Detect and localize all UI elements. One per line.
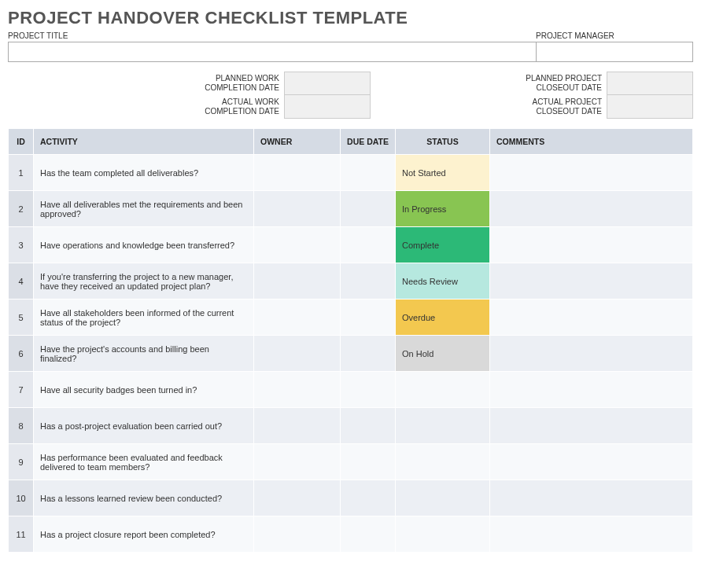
cell-activity[interactable]: Has a post-project evaluation been carri… xyxy=(34,408,254,444)
cell-status[interactable] xyxy=(396,408,490,444)
cell-due[interactable] xyxy=(341,336,396,372)
cell-id[interactable]: 1 xyxy=(9,155,34,191)
col-due: DUE DATE xyxy=(341,129,396,155)
cell-activity[interactable]: Have operations and knowledge been trans… xyxy=(34,227,254,263)
cell-status[interactable]: Not Started xyxy=(396,155,490,191)
page-title: PROJECT HANDOVER CHECKLIST TEMPLATE xyxy=(8,8,693,28)
status-badge xyxy=(396,516,489,552)
cell-comments[interactable] xyxy=(490,155,693,191)
actual-closeout-label: ACTUAL PROJECT CLOSEOUT DATE xyxy=(504,97,607,116)
status-badge xyxy=(396,372,489,407)
cell-id[interactable]: 8 xyxy=(9,408,34,444)
cell-owner[interactable] xyxy=(254,336,341,372)
cell-activity[interactable]: Has a lessons learned review been conduc… xyxy=(34,480,254,516)
project-manager-input[interactable] xyxy=(536,42,693,62)
cell-status[interactable]: In Progress xyxy=(396,191,490,227)
cell-comments[interactable] xyxy=(490,444,693,480)
cell-owner[interactable] xyxy=(254,300,341,336)
cell-id[interactable]: 11 xyxy=(9,516,34,553)
cell-comments[interactable] xyxy=(490,227,693,263)
cell-owner[interactable] xyxy=(254,155,341,191)
status-badge xyxy=(396,408,489,443)
cell-owner[interactable] xyxy=(254,480,341,516)
planned-closeout-input[interactable] xyxy=(607,72,693,95)
planned-work-input[interactable] xyxy=(284,72,371,95)
cell-due[interactable] xyxy=(341,372,396,408)
table-row: 6Have the project's accounts and billing… xyxy=(9,336,693,372)
planned-closeout-label: PLANNED PROJECT CLOSEOUT DATE xyxy=(504,74,607,93)
cell-id[interactable]: 5 xyxy=(9,300,34,336)
cell-activity[interactable]: Have all deliverables met the requiremen… xyxy=(34,191,254,227)
col-status: STATUS xyxy=(396,129,490,155)
cell-comments[interactable] xyxy=(490,263,693,300)
cell-owner[interactable] xyxy=(254,263,341,300)
cell-due[interactable] xyxy=(341,227,396,263)
cell-due[interactable] xyxy=(341,155,396,191)
project-title-input[interactable] xyxy=(8,42,536,62)
cell-id[interactable]: 7 xyxy=(9,372,34,408)
table-row: 3Have operations and knowledge been tran… xyxy=(9,227,693,263)
status-badge: Needs Review xyxy=(396,263,489,299)
actual-work-input[interactable] xyxy=(284,95,371,119)
project-title-label: PROJECT TITLE xyxy=(8,31,536,42)
cell-status[interactable]: Complete xyxy=(396,227,490,263)
status-badge: Complete xyxy=(396,227,489,263)
cell-due[interactable] xyxy=(341,444,396,480)
cell-status[interactable] xyxy=(396,480,490,516)
cell-owner[interactable] xyxy=(254,444,341,480)
cell-status[interactable]: Needs Review xyxy=(396,263,490,300)
cell-id[interactable]: 4 xyxy=(9,263,34,300)
actual-closeout-input[interactable] xyxy=(607,95,693,119)
cell-owner[interactable] xyxy=(254,191,341,227)
cell-id[interactable]: 9 xyxy=(9,444,34,480)
cell-due[interactable] xyxy=(341,191,396,227)
col-id: ID xyxy=(9,129,34,155)
cell-due[interactable] xyxy=(341,300,396,336)
cell-comments[interactable] xyxy=(490,336,693,372)
cell-id[interactable]: 6 xyxy=(9,336,34,372)
cell-due[interactable] xyxy=(341,480,396,516)
checklist-table: ID ACTIVITY OWNER DUE DATE STATUS COMMEN… xyxy=(8,128,693,553)
cell-id[interactable]: 3 xyxy=(9,227,34,263)
date-block: PLANNED WORK COMPLETION DATE ACTUAL WORK… xyxy=(8,72,693,119)
cell-activity[interactable]: Have the project's accounts and billing … xyxy=(34,336,254,372)
cell-comments[interactable] xyxy=(490,191,693,227)
status-badge: On Hold xyxy=(396,336,489,371)
status-badge xyxy=(396,444,489,480)
cell-comments[interactable] xyxy=(490,372,693,408)
status-badge: Not Started xyxy=(396,155,489,190)
cell-status[interactable] xyxy=(396,372,490,408)
cell-activity[interactable]: Have all security badges been turned in? xyxy=(34,372,254,408)
cell-status[interactable]: Overdue xyxy=(396,300,490,336)
project-manager-label: PROJECT MANAGER xyxy=(536,31,693,42)
cell-comments[interactable] xyxy=(490,480,693,516)
cell-owner[interactable] xyxy=(254,408,341,444)
cell-activity[interactable]: Has the team completed all deliverables? xyxy=(34,155,254,191)
cell-comments[interactable] xyxy=(490,300,693,336)
cell-status[interactable] xyxy=(396,516,490,553)
table-row: 7Have all security badges been turned in… xyxy=(9,372,693,408)
cell-comments[interactable] xyxy=(490,516,693,553)
cell-id[interactable]: 2 xyxy=(9,191,34,227)
table-row: 9Has performance been evaluated and feed… xyxy=(9,444,693,480)
table-row: 11Has a project closure report been comp… xyxy=(9,516,693,553)
cell-activity[interactable]: Has performance been evaluated and feedb… xyxy=(34,444,254,480)
cell-status[interactable] xyxy=(396,444,490,480)
cell-owner[interactable] xyxy=(254,227,341,263)
cell-due[interactable] xyxy=(341,263,396,300)
cell-comments[interactable] xyxy=(490,408,693,444)
cell-owner[interactable] xyxy=(254,372,341,408)
cell-due[interactable] xyxy=(341,408,396,444)
col-activity: ACTIVITY xyxy=(34,129,254,155)
cell-id[interactable]: 10 xyxy=(9,480,34,516)
table-row: 4If you're transferring the project to a… xyxy=(9,263,693,300)
cell-due[interactable] xyxy=(341,516,396,553)
cell-activity[interactable]: If you're transferring the project to a … xyxy=(34,263,254,300)
cell-owner[interactable] xyxy=(254,516,341,553)
cell-activity[interactable]: Has a project closure report been comple… xyxy=(34,516,254,553)
cell-status[interactable]: On Hold xyxy=(396,336,490,372)
status-badge: In Progress xyxy=(396,191,489,226)
actual-work-label: ACTUAL WORK COMPLETION DATE xyxy=(182,97,284,116)
col-comments: COMMENTS xyxy=(490,129,693,155)
cell-activity[interactable]: Have all stakeholders been informed of t… xyxy=(34,300,254,336)
